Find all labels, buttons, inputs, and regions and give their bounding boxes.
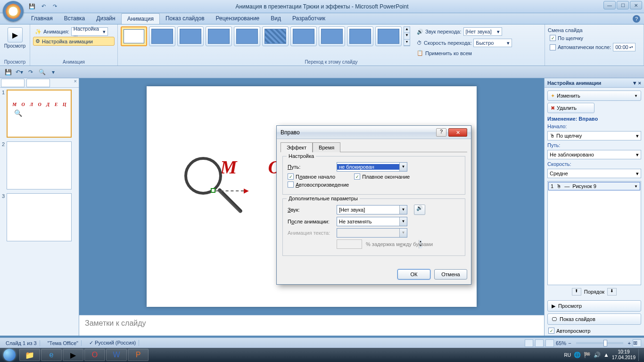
undo-icon[interactable]: ↶: [39, 2, 48, 11]
apply-all-button[interactable]: 📋 Применить ко всем: [415, 49, 514, 57]
start-combo[interactable]: 🖱 По щелчку▾: [547, 131, 641, 140]
tab-review[interactable]: Рецензирование: [210, 13, 265, 24]
path-combo[interactable]: не блокирован ▼: [337, 162, 407, 172]
save-icon[interactable]: 💾: [27, 2, 37, 11]
transition-item[interactable]: [206, 26, 232, 46]
minimize-button[interactable]: —: [603, 1, 616, 9]
transition-item[interactable]: [290, 26, 317, 46]
tab-home[interactable]: Главная: [25, 13, 58, 24]
tray-flag-icon[interactable]: 🏁: [584, 352, 591, 358]
taskbar-explorer[interactable]: 📁: [19, 349, 40, 361]
move-up-button[interactable]: ⬆: [572, 288, 581, 296]
autoreverse-checkbox[interactable]: Автовоспроизведение: [288, 181, 349, 188]
slide-thumbnail-1[interactable]: М О Л О Д Е Ц 🔍: [7, 90, 72, 138]
taskbar-powerpoint[interactable]: P: [128, 349, 149, 361]
tab-slideshow[interactable]: Показ слайдов: [160, 13, 210, 24]
dropdown-icon[interactable]: ▼: [399, 206, 407, 214]
autopreview-row[interactable]: ✓ Автопросмотр: [545, 326, 644, 336]
dropdown-icon[interactable]: ▼: [399, 163, 407, 171]
redo-icon[interactable]: ↷: [25, 67, 36, 77]
taskbar-opera[interactable]: O: [84, 349, 105, 361]
transition-none[interactable]: [121, 26, 147, 46]
spellcheck-status[interactable]: ✓ Русский (Россия): [86, 340, 139, 346]
slide-thumbnail-2[interactable]: [7, 141, 72, 189]
transition-item[interactable]: [149, 26, 175, 46]
taskpane-close-icon[interactable]: ×: [638, 80, 641, 86]
tab-view[interactable]: Вид: [265, 13, 287, 24]
start-button[interactable]: [0, 348, 19, 362]
lang-indicator[interactable]: RU: [564, 353, 571, 358]
taskbar-ie[interactable]: e: [41, 349, 62, 361]
sorter-view-button[interactable]: [535, 339, 544, 347]
on-click-row[interactable]: ✓ По щелчку: [548, 34, 641, 42]
zoom-in-button[interactable]: +: [628, 340, 631, 346]
undo-icon[interactable]: ↶▾: [14, 67, 25, 77]
qat-dropdown[interactable]: ▾: [48, 67, 58, 77]
auto-after-checkbox[interactable]: [550, 44, 556, 50]
auto-after-spinner[interactable]: 00:00▴▾: [613, 43, 636, 51]
play-button[interactable]: ▶ Просмотр: [547, 300, 641, 312]
sound-combo[interactable]: [Нет звука]▾: [463, 27, 502, 36]
cancel-button[interactable]: Отмена: [434, 269, 467, 280]
tray-volume-icon[interactable]: 🔊: [594, 352, 601, 358]
print-preview-icon[interactable]: 🔍: [37, 67, 47, 77]
dropdown-icon[interactable]: ▼: [399, 217, 407, 226]
tab-insert[interactable]: Вставка: [58, 13, 91, 24]
show-desktop-button[interactable]: [638, 349, 642, 361]
transition-item[interactable]: [375, 26, 402, 46]
ok-button[interactable]: ОК: [397, 269, 430, 280]
sound-combo[interactable]: [Нет звука] ▼: [337, 205, 407, 214]
speed-combo[interactable]: Быстро▾: [473, 39, 512, 47]
tab-animation[interactable]: Анимация: [121, 13, 160, 24]
zoom-slider[interactable]: [576, 342, 623, 344]
slideshow-view-button[interactable]: [545, 339, 554, 347]
transition-item[interactable]: [262, 26, 289, 46]
dialog-tab-timing[interactable]: Время: [313, 142, 340, 152]
change-effect-button[interactable]: ✦ Изменить ▼: [547, 90, 641, 101]
remove-effect-button[interactable]: ✖ Удалить: [547, 103, 594, 113]
notes-pane[interactable]: Заметки к слайду: [79, 315, 544, 336]
dialog-help-button[interactable]: ?: [436, 128, 446, 137]
smooth-start-checkbox[interactable]: ✓Плавное начало: [288, 173, 335, 180]
autopreview-checkbox[interactable]: ✓: [548, 328, 554, 334]
tray-up-icon[interactable]: ▲: [603, 352, 609, 358]
office-button[interactable]: [3, 1, 24, 22]
custom-animation-button[interactable]: ⚙ Настройка анимации: [33, 37, 115, 46]
dialog-tab-effect[interactable]: Эффект: [281, 142, 313, 152]
taskbar-word[interactable]: W: [106, 349, 127, 361]
animate-combo[interactable]: Настройка ...▾: [71, 27, 108, 36]
gallery-up[interactable]: ▲: [404, 27, 410, 33]
slide-thumbnail-3[interactable]: [7, 193, 72, 241]
sound-volume-button[interactable]: 🔊: [414, 205, 425, 215]
fit-button[interactable]: ⊞: [633, 339, 641, 347]
save-icon[interactable]: 💾: [3, 67, 13, 77]
redo-icon[interactable]: ↷: [50, 2, 59, 11]
slideshow-button[interactable]: 🖵 Показ слайдов: [547, 313, 641, 325]
tab-developer[interactable]: Разработчик: [287, 13, 331, 24]
slides-tab[interactable]: [1, 79, 25, 87]
close-panel-icon[interactable]: ×: [72, 78, 79, 87]
help-icon[interactable]: ?: [633, 15, 640, 23]
taskbar-mediaplayer[interactable]: ▶: [63, 349, 83, 361]
transition-item[interactable]: [234, 26, 260, 46]
normal-view-button[interactable]: [525, 339, 533, 347]
close-button[interactable]: ✕: [630, 1, 642, 9]
zoom-out-button[interactable]: −: [568, 340, 571, 346]
animation-list-item[interactable]: 1 🖱 — Рисунок 9 ▼: [548, 182, 640, 190]
auto-after-row[interactable]: Автоматически после: 00:00▴▾: [548, 42, 641, 52]
tab-design[interactable]: Дизайн: [91, 13, 121, 24]
outline-tab[interactable]: [26, 79, 50, 87]
motion-path[interactable]: ▶: [211, 186, 249, 195]
tray-network-icon[interactable]: 🌐: [574, 352, 581, 358]
move-down-button[interactable]: ⬇: [607, 288, 617, 296]
dialog-titlebar[interactable]: Вправо ? ✕: [277, 126, 471, 139]
gallery-down[interactable]: ▼: [404, 33, 410, 39]
clock[interactable]: 10:19 17.04.2019: [612, 349, 636, 361]
maximize-button[interactable]: ☐: [617, 1, 629, 9]
on-click-checkbox[interactable]: ✓: [550, 35, 556, 41]
preview-button[interactable]: ▶ Просмотр: [3, 26, 27, 49]
gallery-more[interactable]: ▾: [404, 40, 410, 46]
transition-item[interactable]: [347, 26, 373, 46]
speed-combo[interactable]: Средне▾: [547, 169, 641, 178]
zoom-percent[interactable]: 65%: [556, 340, 566, 346]
